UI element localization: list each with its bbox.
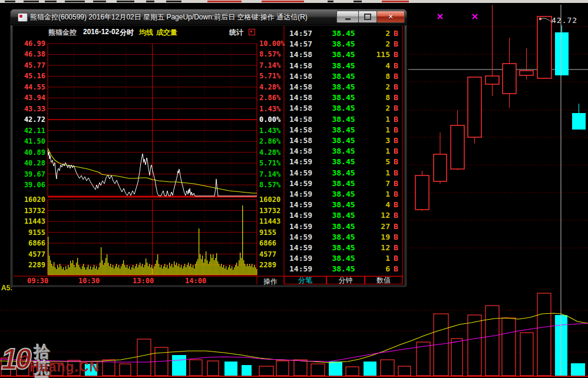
price-axis-label: 39.67 — [17, 171, 45, 178]
intraday-volume-bar — [213, 254, 213, 275]
tick-row[interactable]: 14:5838.451B — [284, 147, 402, 157]
header-stats-label[interactable]: 统计 — [229, 28, 243, 38]
intraday-volume-bar — [164, 264, 165, 275]
tick-row[interactable]: 14:5738.452B — [284, 29, 402, 39]
tab-values[interactable]: 数值 — [365, 276, 402, 284]
tick-volume: 1 — [361, 190, 390, 198]
tick-row[interactable]: 14:5938.4519B — [284, 233, 402, 243]
tick-price: 38.45 — [330, 125, 357, 134]
tick-row[interactable]: 14:5838.454B — [284, 61, 402, 72]
candle-body — [468, 77, 481, 137]
tick-volume: 2 — [361, 82, 390, 91]
tick-flag: B — [394, 115, 398, 124]
intraday-volume-bar — [147, 263, 147, 275]
tick-price: 38.45 — [330, 136, 357, 145]
intraday-volume-bar — [191, 267, 192, 275]
intraday-volume-bar — [120, 268, 120, 275]
volume-bar — [242, 365, 252, 376]
header-type-label[interactable]: 分时 — [120, 28, 134, 38]
window-body: 熊猫金控 2016-12-02 分时 均线 成交量 统计 46.9946.384… — [12, 25, 405, 286]
intraday-volume-bar — [65, 266, 66, 275]
intraday-volume-bar — [144, 265, 145, 275]
intraday-volume-bar — [76, 263, 77, 275]
intraday-volume-bar — [111, 267, 112, 275]
tick-time: 14:58 — [289, 136, 312, 145]
tick-row[interactable]: 14:5938.4512B — [284, 211, 402, 221]
intraday-volume-bar — [176, 263, 177, 275]
volume-bar — [294, 360, 307, 376]
tick-time: 14:58 — [289, 147, 312, 155]
intraday-volume-bar — [156, 260, 157, 275]
tick-row[interactable]: 14:5938.454B — [284, 200, 402, 211]
tick-row[interactable]: 14:5838.451B — [284, 115, 402, 125]
tick-row[interactable]: 14:5838.452B — [284, 104, 402, 114]
restore-button[interactable] — [358, 11, 377, 23]
tick-price: 38.45 — [330, 61, 357, 70]
intraday-volume-bar — [69, 267, 70, 275]
candle-body — [555, 32, 569, 75]
panel-close-icon[interactable] — [249, 29, 255, 35]
intraday-volume-bar — [81, 269, 81, 275]
header-volume-toggle[interactable]: 成交量 — [156, 28, 177, 38]
percent-axis-label: 2.86% — [259, 138, 280, 145]
intraday-volume-bar — [187, 265, 187, 275]
intraday-volume-bar — [247, 264, 247, 275]
tick-price: 38.45 — [330, 147, 357, 155]
intraday-volume-bar — [107, 254, 107, 275]
tick-flag: B — [394, 147, 398, 155]
tick-flag: B — [394, 168, 398, 177]
tick-row[interactable]: 14:5838.452B — [284, 82, 402, 93]
volume-axis-label: 6866 — [17, 240, 45, 247]
tick-row[interactable]: 14:5938.456B — [284, 264, 402, 275]
intraday-volume-bar — [74, 265, 74, 275]
tick-row[interactable]: 14:5838.451B — [284, 125, 402, 136]
tick-volume: 1 — [361, 168, 390, 177]
screen: { "window": { "title": "熊猫金控(600599) 201… — [0, 0, 588, 378]
tab-minute[interactable]: 分钟 — [326, 276, 365, 284]
intraday-volume-bar — [87, 267, 87, 275]
tick-row[interactable]: 14:5938.457B — [284, 179, 402, 190]
window-titlebar[interactable]: 熊猫金控(600599) 2016年12月02日 星期五 PageUp/Down… — [11, 9, 407, 25]
tick-row[interactable]: 14:5938.4527B — [284, 222, 402, 233]
intraday-volume-bar — [210, 254, 211, 275]
tick-row[interactable]: 14:5938.451B — [284, 168, 402, 179]
tick-flag: B — [394, 61, 398, 70]
header-ma-toggle[interactable]: 均线 — [139, 28, 153, 38]
volume-axis-label: 13732 — [17, 207, 45, 214]
tick-row[interactable]: 14:5938.455B — [284, 157, 402, 168]
intraday-volume-bar — [214, 260, 214, 275]
tick-row[interactable]: 14:5738.452B — [284, 39, 402, 50]
percent-axis-label: 10.00% — [259, 40, 285, 47]
volume-bar — [364, 362, 376, 376]
intraday-volume-bar — [212, 258, 212, 275]
tick-row[interactable]: 14:5838.458B — [284, 72, 402, 82]
intraday-volume-bar — [233, 270, 233, 275]
price-axis-label: 43.33 — [17, 105, 45, 112]
tick-row[interactable]: 14:5938.451B — [284, 190, 402, 200]
tick-price: 38.45 — [330, 50, 357, 59]
price-axis-label: 46.99 — [17, 40, 45, 47]
tab-action[interactable]: 操作 — [257, 277, 284, 287]
volume-bar — [346, 367, 359, 376]
close-button[interactable]: ✕ — [376, 11, 405, 23]
minimize-button[interactable] — [336, 11, 359, 23]
volume-axis-label: 2289 — [259, 261, 276, 268]
intraday-volume-bar — [150, 267, 151, 275]
tick-row[interactable]: 14:5838.45115B — [284, 50, 402, 61]
intraday-volume-bar — [232, 266, 232, 275]
intraday-volume-bar — [141, 266, 141, 275]
price-axis-label: 42.11 — [17, 127, 45, 134]
tick-row[interactable]: 14:5938.4512B — [284, 243, 402, 254]
tick-price: 38.45 — [330, 72, 357, 81]
percent-axis-label: 7.14% — [259, 171, 280, 178]
tick-row[interactable]: 14:5838.458B — [284, 93, 402, 104]
tick-row[interactable]: 14:5938.451B — [284, 254, 402, 264]
intraday-volume-bar — [203, 263, 204, 275]
volume-axis-label: 4577 — [17, 251, 45, 258]
tick-row[interactable]: 14:5838.453B — [284, 136, 402, 147]
intraday-volume-bar — [226, 266, 226, 275]
tab-tick[interactable]: 分笔 — [284, 276, 326, 284]
tick-flag: B — [394, 136, 398, 145]
intraday-volume-bar — [52, 266, 53, 275]
intraday-volume-bar — [91, 270, 92, 275]
